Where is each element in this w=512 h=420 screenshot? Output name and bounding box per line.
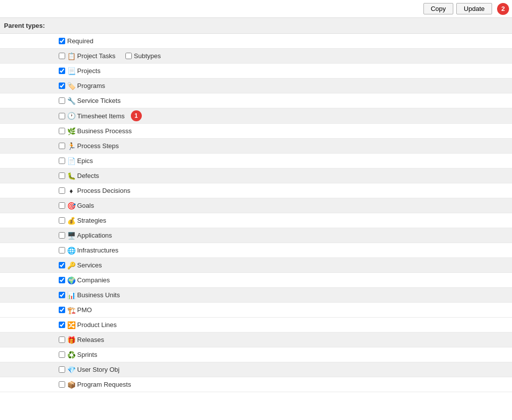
row-content-sprints: ♻️ Sprints xyxy=(55,349,512,361)
checkbox-required[interactable] xyxy=(59,38,65,44)
row-goals: 🎯 Goals xyxy=(0,198,512,213)
checkbox-process-steps[interactable] xyxy=(59,143,65,149)
main-content: Parent types: Required 📋 Project Tasks S… xyxy=(0,18,512,419)
row-process-steps: 🏃 Process Steps xyxy=(0,139,512,154)
label-process-steps: Process Steps xyxy=(77,142,119,150)
checkbox-goals[interactable] xyxy=(59,202,65,209)
label-epics: Epics xyxy=(77,157,93,165)
checkbox-epics[interactable] xyxy=(59,158,65,164)
row-program-requests: 📦 Program Requests xyxy=(0,377,512,392)
checkbox-business-processs[interactable] xyxy=(59,128,65,134)
label-releases: Releases xyxy=(77,336,104,343)
user-story-obj-icon: 💎 xyxy=(67,366,75,374)
checkbox-applications[interactable] xyxy=(59,232,65,239)
row-services: 🔑 Services xyxy=(0,258,512,273)
row-content-pmo: 🏗️ PMO xyxy=(55,304,512,316)
row-content-releases: 🎁 Releases xyxy=(55,334,512,346)
epics-icon: 📄 xyxy=(67,157,75,165)
label-defects: Defects xyxy=(77,172,99,179)
timesheet-items-icon: 🕐 xyxy=(67,112,75,120)
subtypes-checkbox[interactable] xyxy=(125,53,132,59)
label-required: Required xyxy=(67,37,94,45)
strategies-icon: 💰 xyxy=(67,217,75,225)
checkbox-product-lines[interactable] xyxy=(59,322,65,328)
row-content-project-tasks: 📋 Project Tasks Subtypes xyxy=(55,50,512,62)
badge-2: 2 xyxy=(497,3,509,15)
row-content-companies: 🌍 Companies xyxy=(55,274,512,286)
copy-button[interactable]: Copy xyxy=(423,3,453,14)
pmo-icon: 🏗️ xyxy=(67,306,75,314)
row-content-process-steps: 🏃 Process Steps xyxy=(55,140,512,152)
label-product-lines: Product Lines xyxy=(77,321,117,329)
applications-icon: 🖥️ xyxy=(67,232,75,240)
checkbox-program-requests[interactable] xyxy=(59,381,65,388)
row-infrastructures: 🌐 Infrastructures xyxy=(0,243,512,258)
checkbox-strategies[interactable] xyxy=(59,217,65,224)
infrastructures-icon: 🌐 xyxy=(67,247,75,254)
business-processs-icon: 🌿 xyxy=(67,127,75,135)
row-content-business-processs: 🌿 Business Processs xyxy=(55,125,512,137)
row-pmo: 🏗️ PMO xyxy=(0,303,512,318)
goals-icon: 🎯 xyxy=(67,202,75,210)
label-process-decisions: Process Decisions xyxy=(77,187,130,194)
checkbox-companies[interactable] xyxy=(59,277,65,283)
checkbox-sprints[interactable] xyxy=(59,351,65,358)
label-user-story-obj: User Story Obj xyxy=(77,366,119,373)
row-content-defects: 🐛 Defects xyxy=(55,170,512,182)
parent-types-label: Parent types: xyxy=(0,19,55,32)
row-user-story-obj: 💎 User Story Obj xyxy=(0,362,512,377)
label-services: Services xyxy=(77,261,102,269)
checkbox-service-tickets[interactable] xyxy=(59,97,65,104)
toolbar: Copy Update 2 xyxy=(0,0,512,18)
label-strategies: Strategies xyxy=(77,217,106,224)
checkbox-programs[interactable] xyxy=(59,83,65,89)
row-applications: 🖥️ Applications xyxy=(0,228,512,243)
row-content-services: 🔑 Services xyxy=(55,259,512,271)
checkbox-project-tasks[interactable] xyxy=(59,53,65,59)
row-content-goals: 🎯 Goals xyxy=(55,200,512,212)
checkbox-defects[interactable] xyxy=(59,172,65,179)
checkbox-pmo[interactable] xyxy=(59,307,65,313)
row-business-units: 📊 Business Units xyxy=(0,288,512,303)
checkbox-services[interactable] xyxy=(59,262,65,268)
label-sprints: Sprints xyxy=(77,351,97,358)
product-lines-icon: 🔀 xyxy=(67,321,75,329)
companies-icon: 🌍 xyxy=(67,276,75,284)
checkbox-user-story-obj[interactable] xyxy=(59,366,65,373)
checkbox-infrastructures[interactable] xyxy=(59,247,65,253)
row-content-epics: 📄 Epics xyxy=(55,155,512,167)
label-project-tasks: Project Tasks xyxy=(77,52,115,60)
row-releases: 🎁 Releases xyxy=(0,333,512,347)
checkbox-timesheet-items[interactable] xyxy=(59,113,65,119)
badge-1: 1 xyxy=(131,110,142,121)
defects-icon: 🐛 xyxy=(67,172,75,180)
label-timesheet-items: Timesheet Items xyxy=(77,112,125,120)
row-content-user-story-obj: 💎 User Story Obj xyxy=(55,364,512,376)
label-projects: Projects xyxy=(77,67,101,75)
row-epics: 📄 Epics xyxy=(0,154,512,168)
label-applications: Applications xyxy=(77,232,112,239)
label-service-tickets: Service Tickets xyxy=(77,97,120,104)
checkbox-projects[interactable] xyxy=(59,68,65,74)
service-tickets-icon: 🔧 xyxy=(67,97,75,105)
row-content-business-units: 📊 Business Units xyxy=(55,289,512,301)
rows-container: Required 📋 Project Tasks Subtypes 📃 Proj… xyxy=(0,34,512,392)
update-button[interactable]: Update xyxy=(456,3,492,14)
row-product-lines: 🔀 Product Lines xyxy=(0,318,512,333)
checkbox-releases[interactable] xyxy=(59,336,65,343)
process-steps-icon: 🏃 xyxy=(67,142,75,150)
sprints-icon: ♻️ xyxy=(67,351,75,359)
row-business-processs: 🌿 Business Processs xyxy=(0,124,512,139)
row-sprints: ♻️ Sprints xyxy=(0,347,512,362)
row-content-infrastructures: 🌐 Infrastructures xyxy=(55,245,512,256)
checkbox-business-units[interactable] xyxy=(59,292,65,298)
row-content-product-lines: 🔀 Product Lines xyxy=(55,319,512,331)
checkbox-process-decisions[interactable] xyxy=(59,187,65,194)
project-tasks-icon: 📋 xyxy=(67,52,75,60)
services-icon: 🔑 xyxy=(67,261,75,269)
row-required: Required xyxy=(0,34,512,49)
program-requests-icon: 📦 xyxy=(67,381,75,389)
row-content-service-tickets: 🔧 Service Tickets xyxy=(55,95,512,107)
row-content-applications: 🖥️ Applications xyxy=(55,230,512,242)
row-defects: 🐛 Defects xyxy=(0,168,512,183)
